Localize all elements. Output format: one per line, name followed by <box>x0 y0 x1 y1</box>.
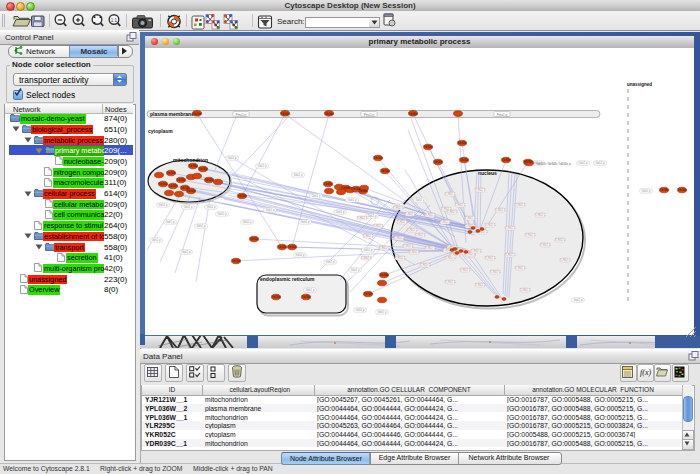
svg-text:YLR44 C: YLR44 C <box>485 223 496 227</box>
svg-text:YLR44 C: YLR44 C <box>425 246 436 250</box>
svg-text:Gds1 p: Gds1 p <box>181 250 190 254</box>
svg-text:Ydr342c Ydr343c Ydl245c p: Ydr342c Ydr343c Ydl245c p <box>536 162 571 166</box>
svg-text:YLR44 C: YLR44 C <box>535 213 546 217</box>
svg-text:Ydr34w: Ydr34w <box>460 158 469 162</box>
svg-text:YLR44 C: YLR44 C <box>379 246 390 250</box>
svg-text:YLR44 C: YLR44 C <box>373 224 384 228</box>
svg-text:YLR44 C: YLR44 C <box>445 192 456 196</box>
svg-text:YLR44 C: YLR44 C <box>475 188 486 192</box>
svg-text:Gds1 p: Gds1 p <box>295 253 304 257</box>
svg-text:YLR44 C: YLR44 C <box>520 288 531 292</box>
svg-text:Gds1 p: Gds1 p <box>151 238 160 242</box>
svg-text:Ydr34w: Ydr34w <box>359 189 368 193</box>
svg-text:Gds1 p: Gds1 p <box>217 212 226 216</box>
svg-text:Ydr34w: Ydr34w <box>502 158 511 162</box>
svg-text:Gds1 p: Gds1 p <box>305 288 314 292</box>
svg-text:Ydr34w: Ydr34w <box>167 171 176 175</box>
svg-text:plasma membrane: plasma membrane <box>150 111 194 117</box>
svg-text:Ydr34w: Ydr34w <box>281 112 290 116</box>
svg-text:Ydr34w: Ydr34w <box>524 160 533 164</box>
svg-text:YLR44 C: YLR44 C <box>505 253 516 257</box>
svg-text:Gds1 p: Gds1 p <box>165 220 174 224</box>
svg-text:Ydr34w: Ydr34w <box>380 273 389 277</box>
svg-text:YLR44 C: YLR44 C <box>505 226 516 230</box>
svg-text:Gds1 p: Gds1 p <box>183 205 192 209</box>
svg-text:YLR44 C: YLR44 C <box>560 258 571 262</box>
svg-text:Gds1 p: Gds1 p <box>350 268 359 272</box>
svg-text:Gds1 p: Gds1 p <box>595 161 604 165</box>
svg-text:YLR44 C: YLR44 C <box>405 212 416 216</box>
svg-text:Gds1 p: Gds1 p <box>578 161 587 165</box>
svg-text:Ydr34w: Ydr34w <box>169 184 178 188</box>
svg-text:YLR44 C: YLR44 C <box>409 250 420 254</box>
svg-text:YLR44 C: YLR44 C <box>485 256 496 260</box>
svg-text:Ydr34w: Ydr34w <box>342 186 351 190</box>
svg-text:YLR44 C: YLR44 C <box>447 210 458 214</box>
svg-text:YLR44 C: YLR44 C <box>460 268 471 272</box>
svg-text:Ydr34w: Ydr34w <box>250 237 259 241</box>
svg-text:YLR44 C: YLR44 C <box>420 263 431 267</box>
svg-text:Ydr34w: Ydr34w <box>678 188 687 192</box>
svg-text:YLR44 C: YLR44 C <box>555 238 566 242</box>
svg-text:Ydr34w: Ydr34w <box>288 245 297 249</box>
svg-text:YLR44 C: YLR44 C <box>361 256 372 260</box>
svg-text:Ydr34w: Ydr34w <box>278 245 287 249</box>
svg-text:Ydr34w: Ydr34w <box>177 178 186 182</box>
svg-text:Gds1 p: Gds1 p <box>325 260 334 264</box>
svg-text:Pma1 p: Pma1 p <box>497 113 508 117</box>
svg-text:YLR44 C: YLR44 C <box>393 206 404 210</box>
svg-text:Ydr34w: Ydr34w <box>434 160 443 164</box>
svg-text:Gds1 p: Gds1 p <box>158 203 167 207</box>
svg-text:YLR44 C: YLR44 C <box>415 233 426 237</box>
svg-text:Gds1 p: Gds1 p <box>242 220 251 224</box>
svg-text:YLR44 C: YLR44 C <box>445 280 456 284</box>
svg-text:Ydr34w: Ydr34w <box>409 112 418 116</box>
svg-text:1:1: 1:1 <box>111 18 118 23</box>
svg-text:Ydr34w: Ydr34w <box>193 112 202 116</box>
svg-text:Ydr34w: Ydr34w <box>272 295 281 299</box>
svg-text:Gds1 p: Gds1 p <box>293 173 302 177</box>
svg-text:Gds1 p: Gds1 p <box>311 194 320 198</box>
svg-text:Gds1 p: Gds1 p <box>227 156 236 160</box>
svg-text:Gds1 p: Gds1 p <box>335 210 344 214</box>
svg-text:Ydr34w: Ydr34w <box>325 112 334 116</box>
svg-text:Pma1 p: Pma1 p <box>364 113 375 117</box>
svg-text:Gds1 p: Gds1 p <box>363 248 372 252</box>
svg-text:YLR44 C: YLR44 C <box>395 256 406 260</box>
svg-text:Ydr34w: Ydr34w <box>187 189 196 193</box>
svg-text:Ydr34w: Ydr34w <box>381 169 390 173</box>
svg-text:Gds1 p: Gds1 p <box>573 298 582 302</box>
svg-text:YLR44 C: YLR44 C <box>425 213 436 217</box>
svg-text:YLR44 C: YLR44 C <box>465 216 476 220</box>
svg-text:Gds1 p: Gds1 p <box>265 208 274 212</box>
svg-text:Ydr34w: Ydr34w <box>424 145 433 149</box>
svg-text:YLR44 C: YLR44 C <box>440 220 451 224</box>
svg-text:Gds1 p: Gds1 p <box>641 189 650 193</box>
svg-text:YLR44 C: YLR44 C <box>515 203 526 207</box>
svg-text:Ydr34w: Ydr34w <box>205 178 214 182</box>
svg-text:Ydr34w: Ydr34w <box>302 295 311 299</box>
svg-text:YLR44 C: YLR44 C <box>471 249 482 253</box>
svg-text:YLR44 C: YLR44 C <box>403 244 414 248</box>
svg-text:Ydr34w: Ydr34w <box>364 292 373 296</box>
svg-text:cytoplasm: cytoplasm <box>148 128 173 134</box>
svg-text:Gds1 p: Gds1 p <box>377 310 386 314</box>
svg-text:Gds1 p: Gds1 p <box>257 164 266 168</box>
svg-text:Gds1 p: Gds1 p <box>196 224 205 228</box>
svg-text:Ydr34w: Ydr34w <box>660 188 669 192</box>
svg-text:YLR44 C: YLR44 C <box>397 220 408 224</box>
svg-text:Gds1 p: Gds1 p <box>347 198 356 202</box>
svg-text:YLR44 C: YLR44 C <box>515 266 526 270</box>
svg-text:Gds1 p: Gds1 p <box>355 308 364 312</box>
svg-text:Ydr34w: Ydr34w <box>199 167 208 171</box>
svg-text:YLR44 C: YLR44 C <box>525 233 536 237</box>
svg-text:Gds1 p: Gds1 p <box>300 220 309 224</box>
svg-text:Gds1 p: Gds1 p <box>415 198 424 202</box>
svg-text:YLR44 C: YLR44 C <box>357 216 368 220</box>
svg-text:Gds1 p: Gds1 p <box>206 205 215 209</box>
svg-text:Ydr34w: Ydr34w <box>238 194 247 198</box>
svg-text:YLR44 C: YLR44 C <box>363 234 374 238</box>
svg-text:Ydr34w: Ydr34w <box>324 182 333 186</box>
svg-text:YLR44 C: YLR44 C <box>490 270 501 274</box>
svg-text:Gds1 p: Gds1 p <box>367 214 376 218</box>
